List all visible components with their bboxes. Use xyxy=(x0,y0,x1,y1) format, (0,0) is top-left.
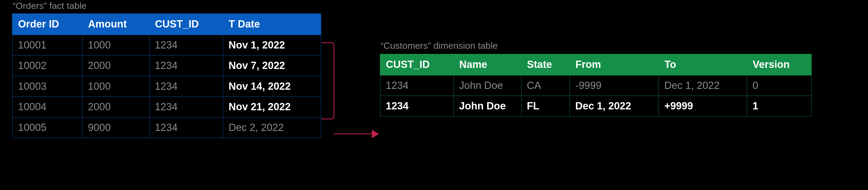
customers-header-row: CUST_IDNameStateFromToVersion xyxy=(380,54,811,75)
orders-cell-tdate: Nov 7, 2022 xyxy=(223,55,321,76)
orders-cell-amount: 1000 xyxy=(82,35,149,55)
bracket-line xyxy=(321,42,334,119)
orders-cell-order_id: 10002 xyxy=(12,55,82,76)
orders-cell-order_id: 10001 xyxy=(12,35,82,55)
customers-cell-state: FL xyxy=(521,96,569,117)
orders-cell-order_id: 10003 xyxy=(12,76,82,97)
customers-cell-name: John Doe xyxy=(454,96,521,117)
orders-cell-cust_id: 1234 xyxy=(149,35,223,55)
orders-cell-amount: 2000 xyxy=(82,55,149,76)
orders-cell-tdate: Nov 21, 2022 xyxy=(223,97,321,117)
orders-cell-order_id: 10004 xyxy=(12,97,82,117)
customers-header-cell: Name xyxy=(454,54,521,75)
orders-cell-tdate: Nov 14, 2022 xyxy=(223,76,321,97)
customers-cell-version: 0 xyxy=(747,75,812,96)
customers-cell-cust_id: 1234 xyxy=(380,75,454,96)
customers-cell-state: CA xyxy=(521,75,569,96)
customers-cell-from: Dec 1, 2022 xyxy=(570,96,659,117)
table-row: 1234John DoeCA-9999Dec 1, 20220 xyxy=(380,75,811,96)
orders-cell-tdate: Dec 2, 2022 xyxy=(223,117,321,138)
orders-cell-cust_id: 1234 xyxy=(149,97,223,117)
orders-cell-amount: 9000 xyxy=(82,117,149,138)
arrow-shaft xyxy=(334,134,373,134)
orders-cell-tdate: Nov 1, 2022 xyxy=(223,35,321,55)
orders-header-cell: Order ID xyxy=(12,14,82,35)
orders-cell-cust_id: 1234 xyxy=(149,76,223,97)
arrow-head-icon xyxy=(372,129,379,138)
customers-header-cell: CUST_ID xyxy=(380,54,454,75)
customers-table-caption: “Customers” dimension table xyxy=(380,40,498,51)
orders-cell-cust_id: 1234 xyxy=(149,117,223,138)
table-row: 1000420001234Nov 21, 2022 xyxy=(12,97,321,117)
customers-header-cell: Version xyxy=(747,54,812,75)
table-row: 1000110001234Nov 1, 2022 xyxy=(12,35,321,55)
customers-cell-from: -9999 xyxy=(570,75,659,96)
orders-header-cell: T Date xyxy=(223,14,321,35)
orders-header-cell: CUST_ID xyxy=(149,14,223,35)
table-row: 1000310001234Nov 14, 2022 xyxy=(12,76,321,97)
customers-header-cell: State xyxy=(521,54,569,75)
customers-cell-version: 1 xyxy=(747,96,812,117)
orders-table-caption: “Orders” fact table xyxy=(13,1,87,11)
table-row: 1234John DoeFLDec 1, 2022+99991 xyxy=(380,96,811,117)
customers-cell-to: +9999 xyxy=(659,96,747,117)
orders-header-cell: Amount xyxy=(82,14,149,35)
orders-cell-order_id: 10005 xyxy=(12,117,82,138)
orders-cell-amount: 1000 xyxy=(82,76,149,97)
customers-header-cell: From xyxy=(570,54,659,75)
customers-cell-name: John Doe xyxy=(454,75,521,96)
orders-header-row: Order IDAmountCUST_IDT Date xyxy=(12,14,321,35)
customers-dimension-table: CUST_IDNameStateFromToVersion 1234John D… xyxy=(380,54,812,117)
orders-cell-amount: 2000 xyxy=(82,97,149,117)
customers-header-cell: To xyxy=(659,54,747,75)
table-row: 1000220001234Nov 7, 2022 xyxy=(12,55,321,76)
customers-cell-to: Dec 1, 2022 xyxy=(659,75,747,96)
orders-fact-table: Order IDAmountCUST_IDT Date 100011000123… xyxy=(12,13,321,138)
orders-cell-cust_id: 1234 xyxy=(149,55,223,76)
table-row: 1000590001234Dec 2, 2022 xyxy=(12,117,321,138)
customers-cell-cust_id: 1234 xyxy=(380,96,454,117)
